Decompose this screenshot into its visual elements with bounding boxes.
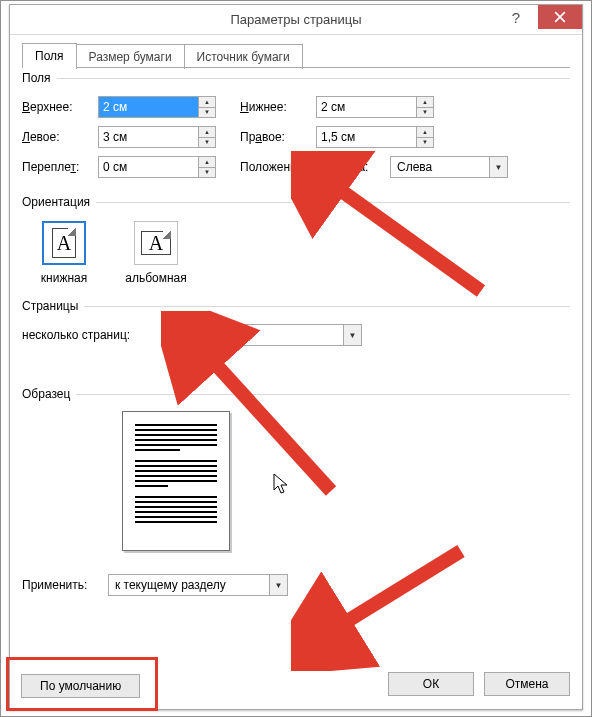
tab-margins[interactable]: Поля xyxy=(22,43,77,68)
ok-button[interactable]: ОК xyxy=(388,672,474,696)
spin-down-icon[interactable]: ▼ xyxy=(417,138,433,148)
tabs-strip: Поля Размер бумаги Источник бумаги xyxy=(10,35,582,68)
spin-down-icon[interactable]: ▼ xyxy=(199,108,215,118)
label-apply-to: Применить: xyxy=(22,578,108,592)
group-pages-title: Страницы xyxy=(22,299,78,313)
group-margins-title: Поля xyxy=(22,71,51,85)
group-preview-title: Образец xyxy=(22,387,70,401)
input-gutter[interactable]: 0 см ▲▼ xyxy=(98,156,216,178)
portrait-page-icon: A xyxy=(42,221,86,265)
spin-up-icon[interactable]: ▲ xyxy=(199,97,215,108)
preview-thumbnail xyxy=(122,411,230,551)
label-bottom: Нижнее: xyxy=(240,100,316,114)
cancel-button[interactable]: Отмена xyxy=(484,672,570,696)
group-orientation-title: Ориентация xyxy=(22,195,90,209)
spin-up-icon[interactable]: ▲ xyxy=(417,127,433,138)
spin-up-icon[interactable]: ▲ xyxy=(199,157,215,168)
chevron-down-icon: ▼ xyxy=(343,325,361,345)
titlebar: Параметры страницы ? xyxy=(10,5,582,35)
input-margin-left[interactable]: 3 см ▲▼ xyxy=(98,126,216,148)
chevron-down-icon: ▼ xyxy=(489,157,507,177)
spin-up-icon[interactable]: ▲ xyxy=(417,97,433,108)
page-setup-dialog: Параметры страницы ? Поля Размер бумаги … xyxy=(9,4,583,710)
orientation-landscape[interactable]: A альбомная xyxy=(124,221,188,285)
spin-down-icon[interactable]: ▼ xyxy=(417,108,433,118)
spin-down-icon[interactable]: ▼ xyxy=(199,138,215,148)
landscape-page-icon: A xyxy=(134,221,178,265)
chevron-down-icon: ▼ xyxy=(269,575,287,595)
label-right: Правое: xyxy=(240,130,316,144)
label-gutter-pos: Положение переплета: xyxy=(240,160,390,174)
label-top: Верхнее: xyxy=(22,100,98,114)
label-left: Левое: xyxy=(22,130,98,144)
label-gutter: Переплет: xyxy=(22,160,98,174)
tab-paper[interactable]: Размер бумаги xyxy=(76,44,185,69)
spin-up-icon[interactable]: ▲ xyxy=(199,127,215,138)
help-button[interactable]: ? xyxy=(494,5,538,29)
select-apply-to[interactable]: к текущему разделу ▼ xyxy=(108,574,288,596)
input-margin-top[interactable]: 2 см ▲▼ xyxy=(98,96,216,118)
tab-source[interactable]: Источник бумаги xyxy=(184,44,303,69)
select-gutter-pos[interactable]: Слева ▼ xyxy=(390,156,508,178)
orientation-portrait[interactable]: A книжная xyxy=(32,221,96,285)
close-button[interactable] xyxy=(538,5,582,29)
input-margin-right[interactable]: 1,5 см ▲▼ xyxy=(316,126,434,148)
label-multi-pages: несколько страниц: xyxy=(22,328,192,342)
spin-down-icon[interactable]: ▼ xyxy=(199,168,215,178)
close-icon xyxy=(554,11,566,23)
select-multi-pages[interactable]: Обычный ▼ xyxy=(192,324,362,346)
input-margin-bottom[interactable]: 2 см ▲▼ xyxy=(316,96,434,118)
